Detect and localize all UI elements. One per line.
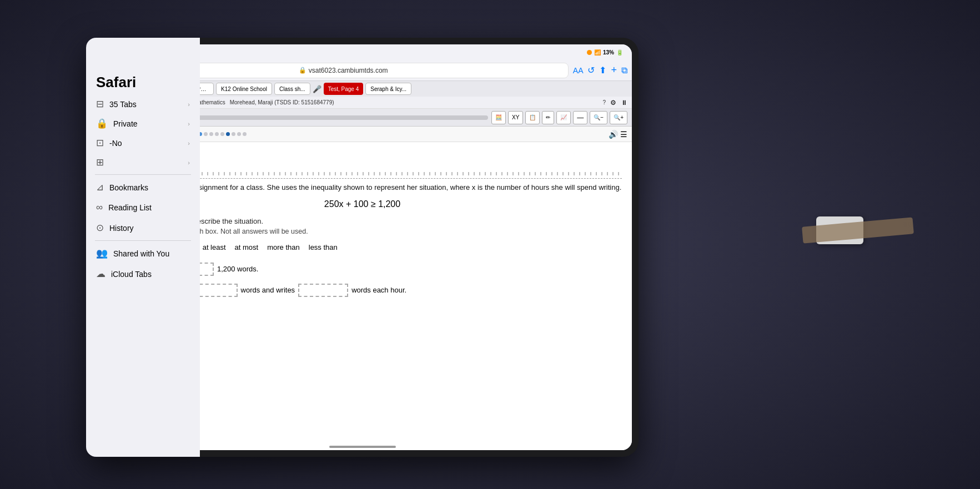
sidebar-item-private[interactable]: 🔒 Private › xyxy=(86,114,200,133)
dot-empty-2 xyxy=(209,132,213,136)
clipboard-btn[interactable]: 📋 xyxy=(525,111,540,124)
dot-empty-4 xyxy=(220,132,224,136)
sidebar-item-label: 35 Tabs xyxy=(109,100,137,109)
sidebar-item-35tabs[interactable]: ⊟ 35 Tabs › xyxy=(86,94,200,114)
tab-btn-test[interactable]: Test, Page 4 xyxy=(324,83,364,95)
history-icon: ⊙ xyxy=(96,222,104,234)
tab-btn-seraph[interactable]: Seraph & Icy... xyxy=(365,83,411,95)
dot-empty-1 xyxy=(204,132,208,136)
bookmarks-icon: ⊿ xyxy=(96,182,104,193)
xy-btn[interactable]: XY xyxy=(508,111,523,124)
sidebar-item-history[interactable]: ⊙ History xyxy=(86,218,200,238)
aa-button[interactable]: AA xyxy=(573,66,584,75)
choice-at-most[interactable]: at most xyxy=(235,243,259,251)
minus-btn[interactable]: — xyxy=(573,111,587,124)
sidebar-item-label: Shared with You xyxy=(113,249,169,258)
dot-empty-7 xyxy=(243,132,247,136)
battery-text: 13% xyxy=(603,49,614,56)
reading-list-icon: ∞ xyxy=(96,202,103,213)
zoom-in-btn[interactable]: 🔍+ xyxy=(610,111,627,124)
sidebar-item-label: iCloud Tabs xyxy=(111,270,152,279)
sidebar-item-bookmarks[interactable]: ⊿ Bookmarks xyxy=(86,177,200,198)
dot-empty-6 xyxy=(237,132,241,136)
settings-icon-btn[interactable]: ⚙ xyxy=(610,99,616,107)
sentence1-after: 1,200 words. xyxy=(217,265,258,273)
icloud-icon: ☁ xyxy=(96,268,105,280)
dot-empty-3 xyxy=(215,132,219,136)
share-button[interactable]: ⬆ xyxy=(599,65,606,75)
dot-empty-5 xyxy=(232,132,235,136)
choice-more-than[interactable]: more than xyxy=(267,243,300,251)
calculator-tool-btn[interactable]: 🧮 xyxy=(491,111,506,124)
tab-group-icon: ⊡ xyxy=(96,137,104,149)
new-tab-button[interactable]: + xyxy=(611,64,617,76)
edit-btn[interactable]: ✏ xyxy=(542,111,554,124)
choice-less-than[interactable]: less than xyxy=(309,243,338,251)
chevron-right-icon: › xyxy=(188,140,190,147)
status-icons: 📶 13% 🔋 xyxy=(587,49,623,56)
menu-btn[interactable]: ☰ xyxy=(620,130,627,139)
address-text: vsat6023.cambiumtds.com xyxy=(309,67,388,74)
top-right-icons: 🔊 ☰ xyxy=(609,130,627,139)
sentence2-blank2[interactable] xyxy=(298,284,348,297)
chevron-right-icon: › xyxy=(188,101,190,108)
tab-switcher-button[interactable]: ⧉ xyxy=(621,65,627,75)
sentence2-middle: words and writes xyxy=(241,286,295,294)
wifi-icon: 📶 xyxy=(594,49,601,56)
safari-title: Safari xyxy=(86,68,200,94)
sidebar-item-new[interactable]: ⊞ › xyxy=(86,153,200,172)
reload-button[interactable]: ↺ xyxy=(587,65,595,75)
tab-btn-k12[interactable]: K12 Online School xyxy=(216,83,272,95)
breadcrumb-student: Morehead, Maraji (TSDS ID: 5151684779) xyxy=(230,99,334,105)
divider2 xyxy=(95,240,191,241)
tab-btn-class[interactable]: Class sh... xyxy=(274,83,310,95)
lock-icon: 🔒 xyxy=(299,67,306,74)
safari-sidebar: Safari ⊟ 35 Tabs › 🔒 Private › ⊡ -No › ⊞… xyxy=(86,38,200,457)
divider xyxy=(95,174,191,175)
sidebar-item-no[interactable]: ⊡ -No › xyxy=(86,133,200,153)
sidebar-item-label: Reading List xyxy=(108,203,152,212)
tts-btn[interactable]: 🔊 xyxy=(609,130,618,139)
zoom-out-btn[interactable]: 🔍− xyxy=(590,111,607,124)
sidebar-item-label: Bookmarks xyxy=(109,183,148,192)
pause-btn[interactable]: ⏸ xyxy=(621,99,627,107)
mic-icon: 🎤 xyxy=(313,85,321,93)
sidebar-item-reading-list[interactable]: ∞ Reading List xyxy=(86,198,200,218)
shared-icon: 👥 xyxy=(96,248,108,259)
battery-icon: 🔋 xyxy=(616,49,623,56)
dot-current xyxy=(226,132,230,136)
sidebar-item-icloud[interactable]: ☁ iCloud Tabs xyxy=(86,264,200,284)
sidebar-item-shared[interactable]: 👥 Shared with You xyxy=(86,243,200,264)
sidebar-item-label: History xyxy=(109,224,134,233)
chevron-right-icon: › xyxy=(188,159,190,166)
sentence2-after: words each hour. xyxy=(351,286,406,294)
private-icon: 🔒 xyxy=(96,118,108,129)
sidebar-item-label: Private xyxy=(113,119,138,128)
tool-icons: 🧮 XY 📋 ✏ 📈 — 🔍− 🔍+ xyxy=(491,111,627,124)
graph-btn[interactable]: 📈 xyxy=(556,111,571,124)
chevron-right-icon: › xyxy=(188,120,190,127)
sidebar-item-label: -No xyxy=(109,139,122,148)
choice-at-least[interactable]: at least xyxy=(203,243,226,251)
tabs-icon: ⊟ xyxy=(96,98,104,110)
question-mark-btn[interactable]: ? xyxy=(602,99,606,105)
home-indicator xyxy=(329,446,396,448)
plus-icon: ⊞ xyxy=(96,157,104,168)
orange-dot-indicator xyxy=(587,50,592,55)
